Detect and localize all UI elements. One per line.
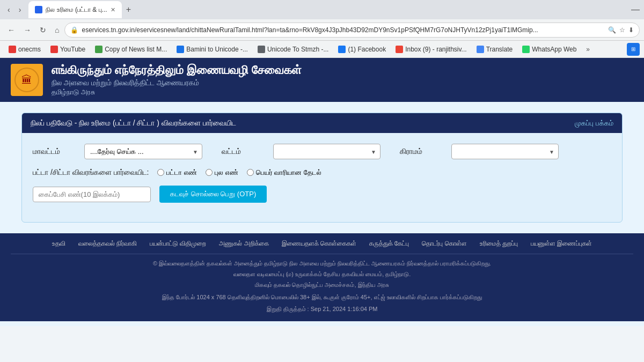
district-label: மாவட்டம்	[33, 147, 76, 156]
footer-last-updated: இறுதி திருத்தம் : Sep 21, 2024 1:16:04 P…	[11, 304, 633, 315]
mobile-row: கடவுச் சொல்லை பெறு (OTP)	[33, 186, 611, 203]
footer-links: உதவி வலைத்தகவல் நிர்வாகி பயன்பாட்டு விதி…	[11, 240, 633, 247]
bookmark-onecms[interactable]: onecms	[4, 44, 45, 55]
form-card: நிலப் பதிவேடு - நில உரிமை (பட்டா / சிட்ட…	[21, 113, 623, 223]
bookmark-copynews[interactable]: Copy of News list M...	[91, 44, 171, 55]
tab-close-btn[interactable]: ✕	[111, 6, 115, 13]
district-row: மாவட்டம் ....தேர்வு செய்க ... வட்டம்	[33, 144, 611, 159]
star-icon[interactable]: ☆	[619, 26, 625, 34]
svg-text:🏛: 🏛	[21, 74, 32, 86]
radio-name-input[interactable]	[247, 169, 254, 176]
radio-patta-input[interactable]	[157, 169, 164, 176]
footer-info-line4: இந்த போர்டல் 1024 x 768 தெளிவுத்திறனில் …	[11, 292, 633, 303]
taluk-select-wrapper	[273, 144, 380, 159]
gmail-icon	[396, 46, 403, 53]
form-body: மாவட்டம் ....தேர்வு செய்க ... வட்டம்	[22, 133, 622, 222]
view-row: பட்டா /சிட்டா விவரங்களை பார்வையிட: பட்டா…	[33, 168, 611, 177]
taluk-label: வட்டம்	[222, 147, 265, 156]
facebook-icon	[338, 46, 346, 53]
footer-link-policy[interactable]: இணையதளக் கொள்கைகள்	[282, 240, 356, 247]
view-label: பட்டா /சிட்டா விவரங்களை பார்வையிட:	[33, 168, 149, 177]
footer-info-line1: © இவ்வலைதளத்தின் தகவல்கள் அனைத்தும் தமிழ…	[11, 258, 633, 269]
radio-pul-input[interactable]	[206, 169, 213, 176]
new-tab-btn[interactable]: +	[122, 3, 135, 17]
bookmark-onecms-label: onecms	[18, 46, 41, 53]
search-icon: 🔍	[608, 26, 616, 34]
footer-link-accessibility[interactable]: அணுகல் அறிக்கை	[219, 240, 268, 247]
taluk-select[interactable]	[273, 144, 380, 159]
home-btn[interactable]: ⌂	[52, 24, 62, 36]
radio-group: பட்டா எண் புல எண் பெயர் வாரியான தேடல்	[157, 168, 321, 177]
radio-pul[interactable]: புல எண்	[206, 168, 238, 177]
active-tab[interactable]: நில உரிமை (பட்டா & பு... ✕	[28, 1, 121, 18]
radio-name[interactable]: பெயர் வாரியான தேடல்	[247, 168, 321, 177]
back-btn[interactable]: ←	[4, 24, 18, 36]
district-select-wrapper: ....தேர்வு செய்க ...	[84, 144, 202, 159]
village-select-wrapper	[451, 144, 559, 159]
copynews-icon	[95, 46, 103, 53]
footer-link-feedback[interactable]: கருத்துக் கேட்பு	[369, 240, 409, 247]
nav-bar: ← → ↻ ⌂ 🔒 eservices.tn.gov.in/eservicesn…	[0, 19, 644, 41]
next-tab-btn[interactable]: ›	[16, 3, 25, 16]
footer-link-webmaster[interactable]: வலைத்தகவல் நிர்வாகி	[78, 240, 137, 247]
back-nav[interactable]: ‹ ›	[4, 3, 24, 16]
home-page-link[interactable]: முகப்பு பக்கம்	[575, 119, 613, 128]
bookmark-copynews-label: Copy of News list M...	[105, 46, 167, 53]
radio-patta[interactable]: பட்டா எண்	[157, 168, 197, 177]
footer-info: © இவ்வலைதளத்தின் தகவல்கள் அனைத்தும் தமிழ…	[11, 258, 633, 315]
tab-bar: ‹ › நில உரிமை (பட்டா & பு... ✕ + —	[0, 0, 644, 19]
mobile-input[interactable]	[33, 187, 151, 202]
footer-info-line3: மிகவும் தகவல் தொழில்நுட்ப அமைச்சகம், இந்…	[11, 280, 633, 291]
bookmark-gmail[interactable]: Inbox (9) - ranjithsiv...	[391, 44, 471, 55]
footer-link-contact[interactable]: தொடர்பு கொள்ள	[422, 240, 466, 247]
prev-tab-btn[interactable]: ‹	[4, 3, 13, 16]
bookmark-whatsapp-label: WhatsApp Web	[532, 46, 576, 53]
header-subtitle: நில அளவை மற்றும் நிலவரித்திட்ட ஆணையரகம்	[52, 78, 302, 87]
footer-link-terms[interactable]: பயன்பாட்டு விதிமுறை	[150, 240, 206, 247]
main-section: நிலப் பதிவேடு - நில உரிமை (பட்டா / சிட்ட…	[0, 102, 644, 233]
village-select[interactable]	[451, 144, 559, 159]
minimize-btn[interactable]: —	[631, 5, 640, 14]
footer-divider	[11, 254, 633, 254]
bookmark-youtube-label: YouTube	[60, 46, 85, 53]
radio-pul-label: புல எண்	[215, 168, 238, 177]
bookmark-translate[interactable]: Translate	[472, 44, 517, 55]
logo: 🏛	[11, 64, 43, 96]
district-select[interactable]: ....தேர்வு செய்க ...	[84, 144, 202, 159]
unicode-icon	[258, 46, 265, 53]
form-card-title: நிலப் பதிவேடு - நில உரிமை (பட்டா / சிட்ட…	[31, 119, 236, 128]
footer-link-useful[interactable]: பயனுள்ள இணைப்புகள்	[531, 240, 592, 247]
bookmark-bamini-label: Bamini to Unicode -...	[186, 46, 248, 53]
bookmark-youtube[interactable]: YouTube	[46, 44, 90, 55]
forward-btn[interactable]: →	[20, 24, 34, 36]
apps-icon[interactable]: ⊞	[627, 43, 640, 56]
bookmark-unicode[interactable]: Unicode To Stmzh -...	[253, 44, 333, 55]
header-main-title: எங்கிருந்தும் எந்நேரத்திலும் இணையவழி சேவ…	[52, 63, 302, 77]
bookmarks-bar: onecms YouTube Copy of News list M... Ba…	[0, 41, 644, 58]
bookmark-unicode-label: Unicode To Stmzh -...	[267, 46, 329, 53]
otp-button[interactable]: கடவுச் சொல்லை பெறு (OTP)	[159, 186, 267, 203]
village-label: கிராமம்	[400, 147, 443, 156]
footer-link-disclaimer[interactable]: உரிமைத் துறப்பு	[480, 240, 518, 247]
header-text: எங்கிருந்தும் எந்நேரத்திலும் இணையவழி சேவ…	[52, 63, 302, 97]
whatsapp-icon	[522, 46, 530, 53]
address-bar[interactable]: 🔒 eservices.tn.gov.in/eservicesnew/land/…	[64, 23, 640, 38]
security-icon: 🔒	[70, 26, 78, 34]
download-icon[interactable]: ⬇	[628, 26, 634, 34]
tab-favicon	[35, 6, 42, 13]
youtube-icon	[50, 46, 58, 53]
bookmark-gmail-label: Inbox (9) - ranjithsiv...	[405, 46, 466, 53]
page-content: 🏛 எங்கிருந்தும் எந்நேரத்திலும் இணையவழி ச…	[0, 58, 644, 326]
translate-icon	[477, 46, 484, 53]
bookmark-facebook[interactable]: (1) Facebook	[334, 44, 390, 55]
footer-link-help[interactable]: உதவி	[52, 240, 65, 247]
reload-btn[interactable]: ↻	[36, 24, 49, 36]
bookmark-bamini[interactable]: Bamini to Unicode -...	[172, 44, 252, 55]
bookmark-whatsapp[interactable]: WhatsApp Web	[518, 44, 581, 55]
tab-title: நில உரிமை (பட்டா & பு...	[46, 6, 107, 13]
site-footer: உதவி வலைத்தகவல் நிர்வாகி பயன்பாட்டு விதி…	[0, 233, 644, 321]
bookmark-translate-label: Translate	[486, 46, 513, 53]
address-text: eservices.tn.gov.in/eservicesnew/land/ch…	[82, 26, 605, 34]
site-header: 🏛 எங்கிருந்தும் எந்நேரத்திலும் இணையவழி ச…	[0, 58, 644, 102]
more-bookmarks-btn[interactable]: »	[582, 44, 594, 55]
